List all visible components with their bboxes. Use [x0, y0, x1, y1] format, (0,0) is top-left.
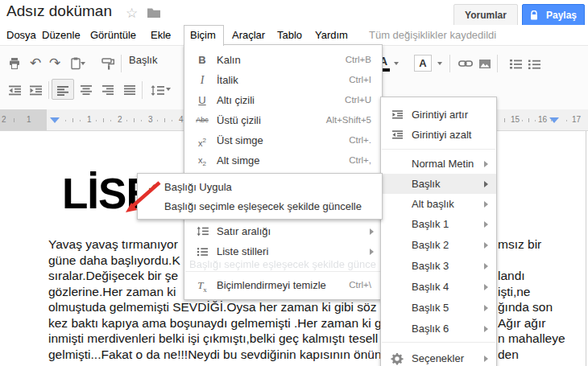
doc-text-line-right[interactable]: landı	[498, 269, 525, 285]
menu-item-italic[interactable]: I İtalik Ctrl+I	[184, 70, 382, 90]
menu-ekle[interactable]: Ekle	[151, 25, 171, 45]
menu-item-underline[interactable]: U Altı çizili Ctrl+U	[184, 90, 382, 110]
line-spacing-button[interactable]	[147, 80, 167, 100]
paint-format-button[interactable]	[98, 54, 118, 73]
doc-text-line-right[interactable]: işti,ne	[498, 285, 531, 301]
ghost-artifact: Başlığı seçimle eşleşecek şekilde güncel…	[189, 258, 376, 270]
share-button[interactable]: Paylaş	[522, 4, 585, 27]
justify-icon	[123, 84, 136, 96]
highlight-color-button[interactable]: A	[414, 55, 432, 72]
doc-text-line[interactable]: güne daha başlıyordu.K	[48, 253, 180, 269]
doc-text-line-right[interactable]: n mahalleye	[498, 331, 565, 347]
menu-item-strikethrough[interactable]: Abc Üstü çizili Alt+Shift+5	[184, 110, 382, 130]
doc-text-line[interactable]: inmişti merdivenleri belki işi çıkmıştı,…	[48, 331, 378, 347]
submenu-item-subtitle[interactable]: Alt başlık	[381, 194, 496, 214]
align-left-button[interactable]	[53, 81, 72, 101]
submenu-item-heading-3[interactable]: Başlık 3	[381, 256, 496, 276]
ruler-number: 16	[538, 115, 547, 124]
doc-text-line-right[interactable]: Ağır ağır	[498, 316, 545, 332]
redo-icon: ↷	[45, 54, 64, 73]
submenu-item-decrease-indent[interactable]: Girintiyi azalt	[381, 125, 496, 145]
link-icon	[458, 57, 473, 70]
page-right-edge	[586, 113, 586, 366]
submenu-item-heading-5[interactable]: Başlık 5	[381, 298, 496, 318]
superscript-icon: x2	[193, 130, 212, 150]
ruler-number: 1	[27, 115, 31, 124]
save-status: Tüm değişiklikler kaydedildi	[369, 25, 496, 45]
submenu-item-options[interactable]: Seçenekler	[381, 348, 496, 366]
align-left-icon	[56, 85, 69, 97]
submenu-item-normal-text[interactable]: Normal Metin	[381, 154, 496, 174]
folder-icon[interactable]	[147, 7, 161, 19]
doc-text-line[interactable]: kez baktı kapıya ama boşunaydı gelmemişt…	[48, 316, 382, 332]
submenu-item-heading-6[interactable]: Başlık 6	[381, 319, 496, 339]
menu-item-superscript[interactable]: x2 Üst simge Ctrl+.	[184, 130, 382, 150]
ruler-number: 2	[2, 115, 6, 124]
highlight-color-caret[interactable]	[437, 62, 442, 65]
comments-button[interactable]: Yorumlar	[453, 4, 518, 27]
insert-link-button[interactable]	[456, 54, 475, 73]
submenu-arrow-icon	[484, 305, 488, 311]
bold-icon: B	[193, 50, 212, 70]
redo-button[interactable]: ↷	[45, 54, 64, 73]
star-icon[interactable]: ☆	[126, 5, 138, 22]
clipboard-dropdown-caret[interactable]	[81, 62, 85, 65]
line-spacing-caret[interactable]	[166, 88, 171, 91]
submenu-item-heading[interactable]: Başlık	[381, 174, 496, 194]
menu-item-subscript[interactable]: x2 Alt simge Ctrl+,	[184, 150, 382, 171]
submenu-item-heading-2[interactable]: Başlık 2	[381, 235, 496, 255]
doc-text-line[interactable]: gelmişti...Fakat o da ne!!!Neydi bu sevd…	[48, 347, 382, 364]
paragraph-styles-submenu: Girintiyi artır Girintiyi azalt Normal M…	[380, 97, 497, 366]
menu-araçlar[interactable]: Araçlar	[232, 25, 265, 45]
toolbar-separator	[121, 55, 122, 72]
indent-marker-left[interactable]	[50, 117, 60, 123]
menu-düzenle[interactable]: Düzenle	[42, 25, 81, 45]
submenu-item-heading-4[interactable]: Başlık 4	[381, 277, 496, 297]
menu-item-clear-formatting[interactable]: Tx Biçimlendirmeyi temizle Ctrl+\	[184, 275, 382, 295]
heading-apply-popup: ✓ Başlığı Uygula Başlığı seçimle eşleşec…	[137, 173, 383, 220]
insert-image-button[interactable]	[475, 54, 495, 73]
popup-item-update-heading[interactable]: Başlığı seçimle eşleşecek şekilde güncel…	[138, 196, 382, 217]
doc-text-line[interactable]: sıralar.Değişecek bir şe	[48, 269, 178, 285]
lock-icon	[530, 10, 542, 20]
submenu-item-increase-indent[interactable]: Girintiyi artır	[381, 105, 496, 125]
doc-text-line-right[interactable]: ğında son	[498, 300, 553, 316]
submenu-arrow-icon	[484, 284, 488, 290]
menu-dosya[interactable]: Dosya	[6, 25, 36, 45]
print-button[interactable]	[5, 54, 24, 73]
doc-text-line[interactable]: gözlerine.Her zaman ki	[48, 285, 176, 301]
menu-tablo[interactable]: Tablo	[277, 25, 302, 45]
align-center-button[interactable]	[77, 80, 96, 100]
submenu-arrow-icon	[370, 249, 374, 255]
doc-text-line[interactable]: olmuştuda gelmemişti SEVDİĞİ.Oysa her za…	[48, 300, 376, 316]
menu-item-bold[interactable]: B Kalın Ctrl+B	[184, 50, 382, 70]
menu-item-line-spacing[interactable]: Satır aralığı	[184, 221, 382, 241]
menu-bar: Dosya Düzenle Görüntüle Ekle Biçim Araçl…	[0, 25, 588, 46]
menu-biçim[interactable]: Biçim	[190, 25, 216, 45]
decrease-indent-button[interactable]	[5, 80, 24, 100]
indent-marker-right[interactable]	[549, 117, 559, 123]
popup-item-apply-heading[interactable]: ✓ Başlığı Uygula	[138, 177, 382, 198]
doc-text-line-right[interactable]: msız bir	[498, 237, 541, 253]
document-title[interactable]: Adsız doküman	[6, 2, 112, 20]
undo-icon: ↶	[26, 54, 45, 73]
increase-indent-icon	[29, 84, 43, 97]
bulleted-list-button[interactable]	[524, 54, 544, 73]
subscript-icon: x2	[193, 150, 212, 171]
doc-text-line[interactable]: Yavaş yavaş tırmanıyor	[48, 237, 178, 253]
justify-button[interactable]	[120, 80, 139, 100]
align-right-button[interactable]	[98, 80, 118, 100]
increase-indent-button[interactable]	[26, 80, 45, 100]
menu-yardım[interactable]: Yardım	[315, 25, 348, 45]
submenu-arrow-icon	[484, 201, 488, 208]
doc-text-line-right[interactable]: den	[498, 347, 519, 364]
submenu-item-heading-1[interactable]: Başlık 1	[381, 214, 496, 234]
menu-separator	[382, 342, 495, 343]
align-right-icon	[101, 84, 114, 96]
undo-button[interactable]: ↶	[26, 54, 45, 73]
numbered-list-button[interactable]	[506, 54, 525, 73]
menu-separator	[185, 271, 381, 272]
paragraph-style-dropdown[interactable]: Başlık	[129, 54, 157, 66]
menu-görüntüle[interactable]: Görüntüle	[90, 25, 136, 45]
text-color-caret[interactable]	[394, 62, 399, 65]
